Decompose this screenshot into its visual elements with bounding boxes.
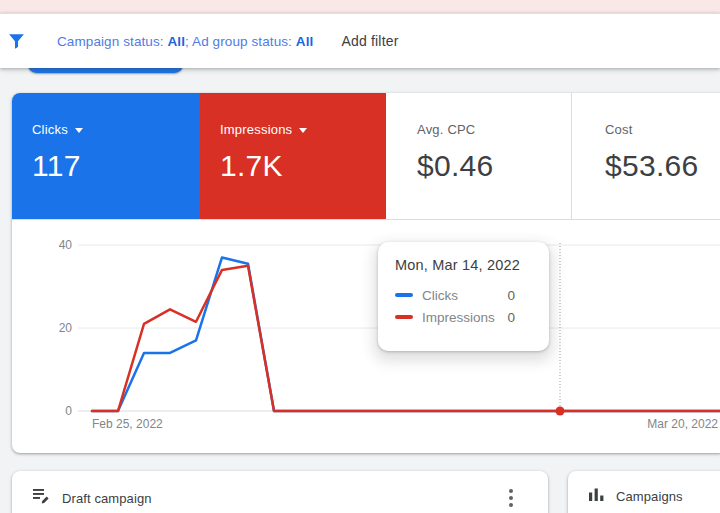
filter-icon[interactable] bbox=[8, 33, 32, 50]
line-chart[interactable]: 02040Feb 25, 2022Mar 20, 2022 bbox=[12, 220, 720, 453]
scorecard-clicks-label: Clicks bbox=[32, 122, 68, 137]
campaigns-card[interactable]: Campaigns bbox=[568, 471, 720, 513]
ad-group-status-value: All bbox=[296, 34, 314, 49]
tooltip-impressions-label: Impressions bbox=[422, 310, 495, 325]
svg-text:Mar 20, 2022: Mar 20, 2022 bbox=[647, 417, 718, 431]
scorecard-cost-label: Cost bbox=[605, 122, 633, 137]
tooltip-impressions-value: 0 bbox=[507, 310, 515, 325]
campaign-status-filter[interactable]: Campaign status: All; Ad group status: A… bbox=[57, 34, 313, 49]
ads-overview-page: Campaign status: All; Ad group status: A… bbox=[0, 0, 720, 513]
performance-chart[interactable]: 02040Feb 25, 2022Mar 20, 2022 Mon, Mar 1… bbox=[12, 220, 720, 453]
svg-text:20: 20 bbox=[59, 321, 73, 335]
svg-text:Feb 25, 2022: Feb 25, 2022 bbox=[92, 417, 163, 431]
notification-strip bbox=[0, 0, 720, 13]
caret-down-icon[interactable] bbox=[299, 128, 307, 133]
scorecard-clicks[interactable]: Clicks 117 bbox=[12, 93, 200, 219]
tooltip-clicks-label: Clicks bbox=[422, 288, 458, 303]
scorecard-avg-cpc-label: Avg. CPC bbox=[417, 122, 475, 137]
tooltip-row-impressions: Impressions 0 bbox=[395, 306, 529, 328]
filter-separator: ; bbox=[185, 34, 192, 49]
clicks-series-dash-icon bbox=[395, 293, 413, 297]
campaigns-label: Campaigns bbox=[616, 489, 683, 504]
scorecard-impressions[interactable]: Impressions 1.7K bbox=[200, 93, 386, 219]
tooltip-row-clicks: Clicks 0 bbox=[395, 284, 529, 306]
scorecard-clicks-value: 117 bbox=[32, 149, 200, 183]
svg-text:0: 0 bbox=[65, 404, 72, 418]
campaign-status-label: Campaign status: bbox=[57, 34, 168, 49]
filter-bar: Campaign status: All; Ad group status: A… bbox=[0, 13, 720, 68]
scorecard-impressions-label: Impressions bbox=[220, 122, 292, 137]
draft-campaign-card[interactable]: Draft campaign bbox=[12, 471, 548, 513]
tooltip-date: Mon, Mar 14, 2022 bbox=[395, 257, 529, 273]
scorecard-avg-cpc[interactable]: Avg. CPC $0.46 bbox=[386, 93, 571, 219]
campaign-status-value: All bbox=[168, 34, 186, 49]
impressions-series-dash-icon bbox=[395, 315, 413, 319]
svg-text:40: 40 bbox=[59, 238, 73, 252]
tooltip-clicks-value: 0 bbox=[507, 288, 515, 303]
scorecard-cost-value: $53.66 bbox=[605, 149, 720, 183]
scorecard-avg-cpc-value: $0.46 bbox=[417, 149, 571, 183]
bar-chart-icon bbox=[589, 487, 604, 505]
edit-note-icon bbox=[33, 488, 50, 508]
chart-tooltip: Mon, Mar 14, 2022 Clicks 0 Impressions 0 bbox=[378, 242, 549, 351]
draft-campaign-label: Draft campaign bbox=[62, 491, 152, 506]
more-options-button[interactable] bbox=[507, 487, 515, 509]
scorecard-cost[interactable]: Cost $53.66 bbox=[571, 93, 720, 219]
caret-down-icon[interactable] bbox=[75, 128, 83, 133]
add-filter-button[interactable]: Add filter bbox=[341, 33, 398, 49]
scorecard-impressions-value: 1.7K bbox=[220, 149, 386, 183]
ad-group-status-label: Ad group status: bbox=[192, 34, 296, 49]
overview-summary-card: Clicks 117 Impressions 1.7K Avg. CPC $0.… bbox=[12, 93, 720, 453]
scorecard-row: Clicks 117 Impressions 1.7K Avg. CPC $0.… bbox=[12, 93, 720, 220]
